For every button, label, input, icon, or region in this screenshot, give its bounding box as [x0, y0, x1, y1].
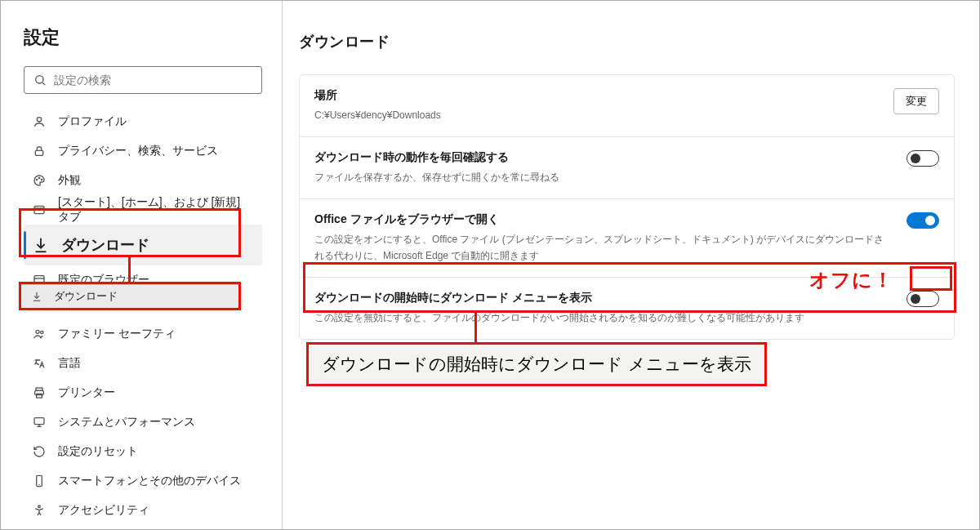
sidebar-item-about[interactable]: Microsoft Edge について [24, 525, 262, 530]
family-icon [32, 327, 47, 341]
sidebar-item-profile[interactable]: プロファイル [24, 107, 262, 136]
search-icon [33, 73, 47, 87]
sidebar-item-appearance[interactable]: 外観 [24, 166, 262, 195]
reset-icon [32, 444, 47, 459]
profile-icon [32, 114, 47, 129]
location-label: 場所 [314, 88, 877, 103]
svg-rect-17 [34, 418, 44, 425]
sidebar-item-label: プロファイル [58, 114, 127, 129]
svg-point-2 [37, 118, 41, 122]
row-show-menu: ダウンロードの開始時にダウンロード メニューを表示 この設定を無効にすると、ファ… [300, 278, 954, 339]
row-confirm-each: ダウンロード時の動作を毎回確認する ファイルを保存するか、保存せずに開くかを常に… [300, 137, 954, 199]
sidebar-item-accessibility[interactable]: アクセシビリティ [24, 496, 262, 525]
sidebar-item-system[interactable]: システムとパフォーマンス [24, 408, 262, 437]
sidebar-dropdown-downloads[interactable]: ダウンロード [19, 284, 241, 309]
change-location-button[interactable]: 変更 [893, 88, 939, 114]
download-icon [32, 236, 50, 254]
svg-point-6 [41, 179, 42, 180]
monitor-icon [32, 415, 47, 430]
sidebar-item-label: 設定のリセット [58, 444, 138, 459]
sidebar-item-reset[interactable]: 設定のリセット [24, 437, 262, 466]
settings-content: ダウンロード 場所 C:¥Users¥dency¥Downloads 変更 ダウ… [283, 1, 979, 529]
sidebar-item-label: 外観 [58, 173, 81, 188]
toggle-office-open[interactable] [906, 212, 939, 229]
location-path: C:¥Users¥dency¥Downloads [314, 108, 877, 123]
showmenu-title: ダウンロードの開始時にダウンロード メニューを表示 [314, 291, 890, 305]
phone-icon [32, 474, 47, 488]
confirm-sub: ファイルを保存するか、保存せずに開くかを常に尋ねる [314, 170, 890, 185]
accessibility-icon [32, 503, 47, 518]
svg-rect-7 [34, 206, 44, 213]
sidebar-dropdown-label: ダウンロード [54, 289, 118, 304]
row-office: Office ファイルをブラウザーで開く この設定をオンにすると、Office … [300, 199, 954, 277]
sidebar-item-label: プリンター [58, 385, 115, 400]
svg-point-13 [41, 331, 43, 333]
sidebar-item-language[interactable]: 言語 [24, 349, 262, 378]
downloads-card: 場所 C:¥Users¥dency¥Downloads 変更 ダウンロード時の動… [299, 74, 955, 340]
sidebar-item-label: システムとパフォーマンス [58, 415, 195, 430]
download-icon [29, 289, 44, 304]
sidebar-item-label: [スタート]、[ホーム]、および [新規] タブ [58, 195, 254, 225]
sidebar-item-label: ファミリー セーフティ [58, 327, 176, 341]
svg-line-1 [42, 82, 45, 85]
sidebar-item-downloads[interactable]: ダウンロード [24, 225, 262, 265]
svg-point-4 [36, 179, 37, 180]
office-sub: この設定をオンにすると、Office ファイル (プレゼンテーション、スプレッド… [314, 232, 890, 263]
toggle-confirm-each[interactable] [906, 150, 939, 167]
svg-rect-10 [34, 276, 44, 285]
toggle-show-download-menu[interactable] [906, 291, 939, 307]
printer-icon [32, 385, 47, 400]
sidebar-item-label: スマートフォンとその他のデバイス [58, 474, 241, 488]
settings-sidebar: 設定 プロファイル プライバシー、検索、サービス 外観 [スタート]、[ホーム]… [1, 1, 283, 529]
palette-icon [32, 173, 47, 188]
svg-point-5 [38, 177, 39, 178]
confirm-title: ダウンロード時の動作を毎回確認する [314, 150, 890, 165]
sidebar-item-family[interactable]: ファミリー セーフティ [24, 319, 262, 349]
svg-point-0 [36, 76, 43, 83]
annotation-callout-text: ダウンロードの開始時にダウンロード メニューを表示 [306, 342, 767, 386]
settings-search[interactable] [24, 66, 262, 94]
sidebar-item-printer[interactable]: プリンター [24, 378, 262, 408]
sidebar-item-privacy[interactable]: プライバシー、検索、サービス [24, 136, 262, 166]
lock-icon [32, 144, 47, 158]
sidebar-item-label: アクセシビリティ [58, 503, 149, 518]
window-icon [32, 203, 47, 217]
sidebar-item-label: ダウンロード [61, 235, 149, 255]
showmenu-sub: この設定を無効にすると、ファイルのダウンロードがいつ開始されるかを知るのが難しく… [314, 310, 890, 326]
row-location: 場所 C:¥Users¥dency¥Downloads 変更 [300, 75, 954, 137]
sidebar-item-phone[interactable]: スマートフォンとその他のデバイス [24, 466, 262, 496]
page-title: ダウンロード [299, 32, 955, 51]
sidebar-item-start[interactable]: [スタート]、[ホーム]、および [新規] タブ [24, 195, 262, 225]
language-icon [32, 356, 47, 371]
svg-point-12 [36, 330, 39, 333]
sidebar-title: 設定 [24, 25, 262, 50]
sidebar-item-label: プライバシー、検索、サービス [58, 144, 218, 158]
svg-point-22 [38, 506, 41, 508]
sidebar-item-label: 言語 [58, 356, 81, 371]
office-title: Office ファイルをブラウザーで開く [314, 212, 890, 227]
svg-rect-3 [35, 150, 42, 155]
search-input[interactable] [54, 73, 253, 87]
